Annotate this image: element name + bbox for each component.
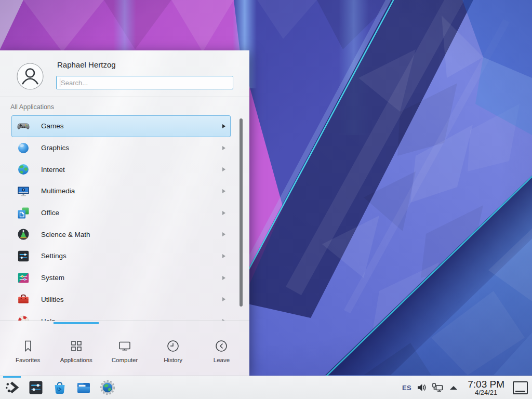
- submenu-arrow-icon: [222, 211, 225, 215]
- submenu-arrow-icon: [222, 146, 225, 150]
- active-tab-indicator: [54, 322, 99, 324]
- graphics-sphere-icon: [17, 141, 30, 155]
- discover-button[interactable]: [52, 380, 68, 395]
- launcher-header: Raphael Hertzog: [0, 50, 249, 97]
- gamepad-icon: [17, 119, 30, 133]
- globe-icon: [17, 163, 30, 176]
- category-row-multimedia[interactable]: Multimedia: [11, 180, 231, 202]
- show-desktop-button[interactable]: [513, 381, 528, 394]
- bookmark-icon: [21, 339, 35, 353]
- text-cursor: [60, 78, 60, 87]
- volume-icon[interactable]: [417, 383, 427, 392]
- category-label: Science & Math: [41, 231, 90, 238]
- category-label: Utilities: [41, 296, 64, 303]
- category-row-settings[interactable]: Settings: [11, 245, 231, 267]
- tab-label: Leave: [214, 357, 230, 363]
- monitor-icon: [117, 339, 132, 353]
- tab-label: Favorites: [16, 357, 40, 363]
- system-sliders-icon: [17, 271, 30, 285]
- tab-computer[interactable]: Computer: [100, 325, 149, 376]
- category-label: Graphics: [41, 144, 69, 152]
- konqueror-browser-button[interactable]: [100, 380, 115, 395]
- tab-label: Applications: [60, 357, 92, 363]
- system-settings-icon: [28, 380, 44, 395]
- category-row-internet[interactable]: Internet: [11, 158, 231, 180]
- office-documents-icon: [17, 206, 30, 220]
- category-row-system[interactable]: System: [11, 267, 231, 289]
- category-row-utilities[interactable]: Utilities: [11, 289, 231, 311]
- category-row-science[interactable]: Science & Math: [11, 223, 231, 245]
- category-row-help[interactable]: Help: [11, 310, 231, 321]
- clock-icon: [166, 339, 180, 353]
- category-label: Office: [41, 209, 59, 217]
- digital-clock[interactable]: 7:03 PM 4/24/21: [468, 379, 504, 396]
- application-category-list: Games Graphics Internet: [0, 115, 249, 321]
- user-name: Raphael Hertzog: [57, 60, 116, 69]
- submenu-arrow-icon: [222, 232, 225, 236]
- category-label: Internet: [41, 166, 65, 174]
- taskbar-panel: ES 7:03 PM 4/24/21: [0, 376, 532, 399]
- category-label: System: [41, 274, 64, 282]
- launcher-tabbar: Favorites Applications Computer History: [4, 325, 246, 376]
- search-field-wrap: [56, 76, 233, 89]
- folder-icon: [76, 380, 91, 395]
- system-settings-button[interactable]: [28, 380, 44, 395]
- kickoff-launcher-button[interactable]: [4, 380, 20, 395]
- leave-circle-icon: [214, 339, 229, 353]
- tab-label: History: [164, 357, 182, 363]
- network-icon[interactable]: [432, 383, 444, 392]
- category-label: Games: [41, 122, 64, 130]
- multimedia-monitor-icon: [17, 184, 30, 198]
- app-grid-icon: [69, 339, 84, 353]
- tab-history[interactable]: History: [149, 325, 197, 376]
- tab-applications[interactable]: Applications: [52, 325, 100, 376]
- submenu-arrow-icon: [222, 254, 225, 258]
- clock-time: 7:03 PM: [468, 379, 504, 389]
- tab-leave[interactable]: Leave: [197, 325, 246, 376]
- category-label: Multimedia: [41, 187, 75, 195]
- category-row-office[interactable]: Office: [11, 202, 231, 224]
- category-row-games[interactable]: Games: [11, 115, 231, 137]
- tabbar-divider: [0, 321, 249, 321]
- category-label: Settings: [41, 252, 66, 260]
- user-avatar[interactable]: [17, 63, 44, 90]
- submenu-arrow-icon: [222, 167, 225, 171]
- globe-gear-icon: [100, 380, 115, 395]
- kickoff-launcher-popup: Raphael Hertzog All Applications Games: [0, 50, 249, 376]
- system-tray: ES 7:03 PM 4/24/21: [402, 379, 532, 396]
- taskbar-launchers: [0, 380, 115, 395]
- category-row-graphics[interactable]: Graphics: [11, 137, 231, 159]
- search-input[interactable]: [56, 76, 233, 89]
- utilities-toolbox-icon: [17, 292, 30, 306]
- dolphin-file-manager-button[interactable]: [76, 380, 91, 395]
- kde-plasma-logo-icon: [4, 380, 20, 395]
- discover-bag-icon: [52, 380, 68, 395]
- submenu-arrow-icon: [222, 276, 225, 280]
- clock-date: 4/24/21: [468, 389, 504, 396]
- tab-label: Computer: [112, 357, 138, 363]
- section-label: All Applications: [10, 103, 54, 111]
- tray-expand-arrow-icon[interactable]: [450, 386, 457, 390]
- settings-sliders-icon: [17, 249, 30, 263]
- submenu-arrow-icon: [222, 297, 225, 301]
- tab-favorites[interactable]: Favorites: [4, 325, 52, 376]
- submenu-arrow-icon: [222, 124, 225, 128]
- help-lifebuoy-icon: [17, 314, 30, 321]
- science-flask-icon: [17, 228, 30, 241]
- list-scrollbar[interactable]: [240, 118, 243, 307]
- submenu-arrow-icon: [222, 189, 225, 193]
- keyboard-layout-indicator[interactable]: ES: [402, 384, 411, 392]
